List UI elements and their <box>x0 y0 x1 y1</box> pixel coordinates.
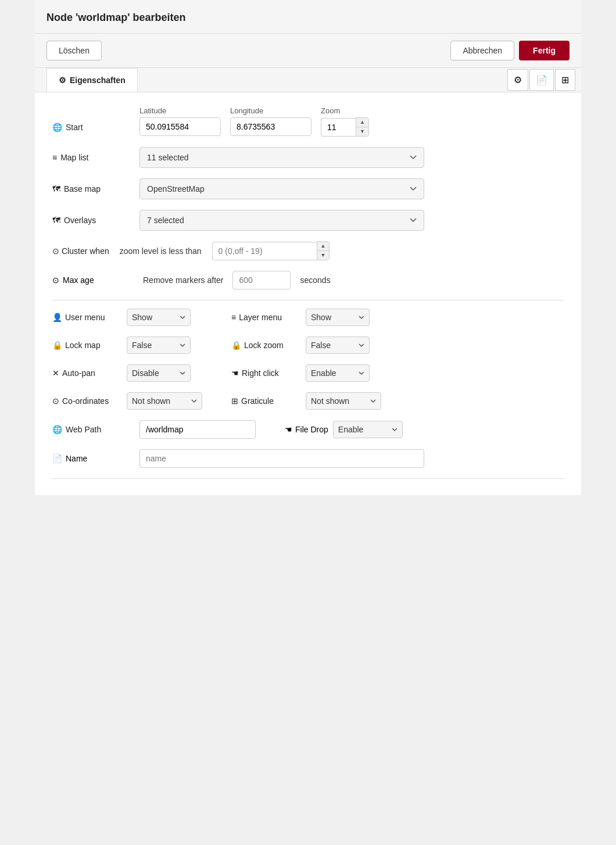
overlays-row: 🗺 Overlays 7 selected <box>52 210 564 231</box>
lockmap-select[interactable]: FalseTrue <box>127 336 191 354</box>
layermenu-select[interactable]: ShowHide <box>306 309 370 326</box>
content-area: 🌐 Start Latitude Longitude Zoom <box>35 92 581 495</box>
overlays-select[interactable]: 7 selected <box>139 210 424 231</box>
maxage-middle-text: Remove markers after <box>143 275 223 285</box>
doc-icon: 📄 <box>52 454 62 463</box>
longitude-label: Longitude <box>230 106 311 115</box>
gear-icon: ⚙ <box>59 76 66 85</box>
longitude-group: Longitude <box>230 106 311 136</box>
coordinates-select[interactable]: Not shownShow <box>127 392 202 410</box>
autopan-label: ✕ Auto-pan <box>52 368 122 378</box>
basemap-label: 🗺 Base map <box>52 184 134 194</box>
page-title: Node 'worldmap' bearbeiten <box>46 12 570 24</box>
cluster-row: ⊙ Cluster when zoom level is less than ▲… <box>52 241 564 260</box>
rightclick-select[interactable]: EnableDisable <box>306 364 370 382</box>
usermenu-label: 👤 User menu <box>52 313 122 322</box>
zoom-spinner: ▲ ▼ <box>356 117 369 137</box>
basemap-row: 🗺 Base map OpenStreetMap <box>52 178 564 199</box>
cluster-spinner: ▲ ▼ <box>317 241 330 260</box>
list2-icon: ≡ <box>231 313 236 322</box>
hand-icon: ☚ <box>231 368 239 378</box>
hand2-icon: ☚ <box>285 425 292 434</box>
maplist-select[interactable]: 11 selected <box>139 147 424 168</box>
tab-icon-diagram[interactable]: ⊞ <box>555 69 575 91</box>
webpath-input[interactable] <box>139 420 256 439</box>
lockmap-col: 🔒 Lock map FalseTrue <box>52 336 191 354</box>
maxage-label: ⊙ Max age <box>52 275 134 285</box>
filedrop-label: ☚ File Drop <box>285 425 328 434</box>
maxage-input[interactable] <box>232 271 291 289</box>
zoom-decrement-button[interactable]: ▼ <box>356 127 368 136</box>
filedrop-select[interactable]: EnableDisable <box>333 421 403 438</box>
delete-button[interactable]: Löschen <box>46 41 102 60</box>
rightclick-label: ☚ Right click <box>231 368 301 378</box>
graticule-label: ⊞ Graticule <box>231 396 301 406</box>
globe2-icon: 🌐 <box>52 425 62 434</box>
name-label: 📄 Name <box>52 454 134 463</box>
zoom-label: Zoom <box>321 106 369 115</box>
tab-icon-gear[interactable]: ⚙ <box>507 69 528 91</box>
name-row: 📄 Name <box>52 449 564 468</box>
separator-1 <box>52 300 564 300</box>
title-bar: Node 'worldmap' bearbeiten <box>35 0 581 34</box>
latitude-label: Latitude <box>139 106 221 115</box>
rightclick-col: ☚ Right click EnableDisable <box>231 364 370 382</box>
toolbar-right: Abbrechen Fertig <box>450 41 570 60</box>
tab-icons: ⚙ 📄 ⊞ <box>507 69 581 91</box>
lockzoom-select[interactable]: FalseTrue <box>306 336 370 354</box>
start-label: 🌐 Start <box>52 106 134 132</box>
start-fields: Latitude Longitude Zoom ▲ ▼ <box>139 106 369 137</box>
maplist-label: ≡ Map list <box>52 153 134 162</box>
autopan-select[interactable]: DisableEnable <box>127 364 191 382</box>
tab-icon-doc[interactable]: 📄 <box>529 69 554 91</box>
cancel-button[interactable]: Abbrechen <box>450 41 514 60</box>
layermenu-label: ≡ Layer menu <box>231 313 301 322</box>
latitude-input[interactable] <box>139 117 221 136</box>
mapfold-icon: 🗺 <box>52 216 60 225</box>
overlays-label: 🗺 Overlays <box>52 216 134 225</box>
basemap-select[interactable]: OpenStreetMap <box>139 178 424 199</box>
usermenu-col: 👤 User menu ShowHide <box>52 309 191 326</box>
zoom-increment-button[interactable]: ▲ <box>356 118 368 127</box>
tab-bar: ⚙ Eigenschaften ⚙ 📄 ⊞ <box>35 68 581 92</box>
maxage-row: ⊙ Max age Remove markers after seconds <box>52 271 564 289</box>
cluster-increment-button[interactable]: ▲ <box>317 242 330 250</box>
graticule-col: ⊞ Graticule Not shownShow <box>231 392 381 410</box>
cluster-input[interactable] <box>212 242 317 260</box>
cross-icon: ✕ <box>52 368 59 378</box>
autopan-rightclick-row: ✕ Auto-pan DisableEnable ☚ Right click E… <box>52 364 564 382</box>
name-input[interactable] <box>139 449 424 468</box>
cluster-input-wrapper: ▲ ▼ <box>212 241 330 260</box>
maplist-row: ≡ Map list 11 selected <box>52 147 564 168</box>
tab-properties-label: Eigenschaften <box>70 76 126 85</box>
cluster-middle-text: zoom level is less than <box>120 246 202 256</box>
longitude-input[interactable] <box>230 117 311 136</box>
list-icon: ≡ <box>52 153 57 162</box>
done-button[interactable]: Fertig <box>519 41 570 60</box>
lockzoom-col: 🔒 Lock zoom FalseTrue <box>231 336 370 354</box>
maxage-unit: seconds <box>300 275 330 285</box>
zoom-input[interactable] <box>321 118 356 137</box>
coordinate-icon: ⊙ <box>52 396 59 406</box>
separator-2 <box>52 478 564 479</box>
map-icon: 🗺 <box>52 184 60 194</box>
lock-icon: 🔒 <box>52 341 62 350</box>
lockmap-lockzoom-row: 🔒 Lock map FalseTrue 🔒 Lock zoom FalseTr… <box>52 336 564 354</box>
latitude-group: Latitude <box>139 106 221 136</box>
cluster-label: ⊙ Cluster when <box>52 246 109 256</box>
usermenu-select[interactable]: ShowHide <box>127 309 191 326</box>
target-icon: ⊙ <box>52 246 59 256</box>
graticule-select[interactable]: Not shownShow <box>306 392 381 410</box>
coordinates-graticule-row: ⊙ Co-ordinates Not shownShow ⊞ Graticule… <box>52 392 564 410</box>
globe-icon: 🌐 <box>52 123 62 132</box>
layermenu-col: ≡ Layer menu ShowHide <box>231 309 370 326</box>
zoom-input-wrapper: ▲ ▼ <box>321 117 369 137</box>
start-row: 🌐 Start Latitude Longitude Zoom <box>52 106 564 137</box>
lock2-icon: 🔒 <box>231 341 241 350</box>
grid-icon: ⊞ <box>231 396 238 406</box>
lockzoom-label: 🔒 Lock zoom <box>231 341 301 350</box>
cluster-decrement-button[interactable]: ▼ <box>317 250 330 260</box>
clock-icon: ⊙ <box>52 275 59 285</box>
usermenu-layermenu-row: 👤 User menu ShowHide ≡ Layer menu ShowHi… <box>52 309 564 326</box>
tab-properties[interactable]: ⚙ Eigenschaften <box>46 68 138 92</box>
